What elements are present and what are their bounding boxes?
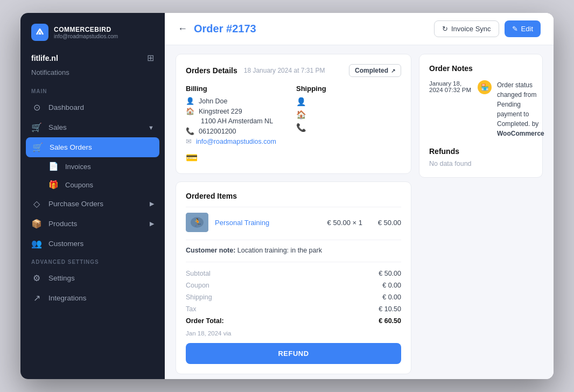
order-via: Jan 18, 2024 via (186, 328, 401, 337)
billing-phone: 0612001200 (199, 128, 236, 135)
external-link-icon: ↗ (391, 68, 395, 74)
order-details-card: Orders Details 18 January 2024 at 7:31 P… (176, 54, 411, 174)
store-icon: ⊞ (147, 53, 154, 63)
billing-email[interactable]: info@roadmapstudios.com (196, 138, 276, 145)
sidebar-notifications[interactable]: Notifications (20, 66, 165, 83)
main-content: ← Order #2173 ↻ Invoice Sync ✎ Edit (165, 13, 554, 379)
sidebar-item-dashboard[interactable]: ⊙ Dashboard (20, 97, 165, 117)
tax-label: Tax (186, 304, 293, 314)
order-number: #2173 (226, 23, 256, 34)
sidebar-item-label: Invoices (65, 163, 91, 171)
coupon-value: € 0.00 (293, 281, 401, 290)
sidebar-item-label: Settings (48, 274, 75, 282)
store-name: fitlife.nl (31, 54, 58, 62)
sidebar-header: COMMERCEBIRD info@roadmapstudios.com (20, 13, 165, 48)
sidebar-item-label: Coupons (65, 181, 93, 189)
products-icon: 📦 (31, 219, 42, 229)
sidebar-item-label: Dashboard (48, 103, 84, 111)
order-notes-card: Order Notes January 18, 2024 07:32 PM 🏪 … (419, 54, 543, 178)
shipping-label: Shipping (186, 292, 293, 302)
person-icon: 👤 (186, 97, 194, 105)
totals-grid: Subtotal € 50.00 Coupon € 0.00 Shipping … (186, 262, 401, 337)
customer-note: Customer note: Location training: in the… (186, 240, 401, 254)
customers-icon: 👥 (31, 239, 42, 249)
sidebar-item-label: Integrations (48, 294, 87, 302)
chevron-right-icon: ▶ (150, 220, 154, 227)
sidebar-item-label: Customers (48, 240, 83, 248)
sidebar-item-label: Products (48, 220, 77, 228)
sidebar-item-sales[interactable]: 🛒 Sales ▼ (20, 117, 165, 137)
order-total-value: € 60.50 (293, 316, 401, 326)
sidebar-item-coupons[interactable]: 🎁 Coupons (20, 176, 165, 194)
sidebar-item-integrations[interactable]: ↗ Integrations (20, 288, 165, 308)
note-date: January 18, 2024 07:32 PM (429, 80, 472, 138)
content-left: Orders Details 18 January 2024 at 7:31 P… (176, 54, 411, 370)
edit-icon: ✎ (512, 25, 518, 33)
sales-icon: 🛒 (31, 122, 42, 132)
status-badge: Completed ↗ (349, 64, 401, 77)
email-icon: ✉ (186, 137, 192, 145)
sidebar-item-label: Sales (48, 123, 67, 131)
sidebar-item-invoices[interactable]: 📄 Invoices (20, 157, 165, 176)
billing-address2: 1100 AH Amsterdam NL (201, 117, 273, 125)
refunds-empty: No data found (429, 160, 533, 167)
sync-icon: ↻ (442, 25, 448, 33)
sidebar-item-purchase-orders[interactable]: ◇ Purchase Orders ▶ (20, 194, 165, 214)
svg-text:🏃: 🏃 (193, 218, 202, 227)
page-title: Order #2173 (194, 23, 256, 35)
topbar: ← Order #2173 ↻ Invoice Sync ✎ Edit (165, 13, 554, 45)
edit-button[interactable]: ✎ Edit (505, 20, 541, 37)
sidebar-item-products[interactable]: 📦 Products ▶ (20, 214, 165, 234)
order-item-row: 🏃 Personal Training € 50.00 × 1 € 50.00 (186, 207, 401, 237)
dashboard-icon: ⊙ (31, 102, 42, 113)
credit-card-icon: 💳 (186, 152, 401, 164)
app-logo (31, 24, 48, 41)
main-section-label: MAIN (20, 83, 165, 97)
person-icon: 👤 (296, 97, 401, 107)
item-total: € 50.00 (369, 219, 401, 227)
item-thumbnail: 🏃 (186, 213, 208, 232)
coupon-label: Coupon (186, 281, 293, 290)
order-details-title: Orders Details (186, 66, 237, 75)
back-button[interactable]: ← (178, 23, 187, 34)
billing-section: Billing 👤 John Doe 🏠 Kingstreet 229 (186, 85, 291, 148)
refund-button[interactable]: REFUND (186, 343, 401, 364)
brand-email: info@roadmapstudios.com (54, 33, 118, 39)
settings-icon: ⚙ (31, 273, 42, 283)
invoice-sync-button[interactable]: ↻ Invoice Sync (434, 20, 499, 37)
sidebar-item-customers[interactable]: 👥 Customers (20, 234, 165, 254)
sidebar-item-sales-orders[interactable]: 🛒 Sales Orders (26, 137, 159, 157)
refunds-title: Refunds (429, 147, 533, 156)
invoices-icon: 📄 (48, 162, 59, 171)
brand-name: COMMERCEBIRD (54, 26, 118, 33)
billing-name: John Doe (199, 97, 228, 105)
ordered-items-card: Ordered Items 🏃 Personal Training € 50.0… (176, 181, 411, 374)
chevron-down-icon: ▼ (148, 124, 154, 131)
order-notes-title: Order Notes (429, 64, 533, 73)
item-price: € 50.00 × 1 (327, 219, 362, 227)
note-item: January 18, 2024 07:32 PM 🏪 Order status… (429, 80, 533, 138)
phone-icon: 📞 (186, 127, 194, 135)
coupons-icon: 🎁 (48, 180, 59, 190)
content-area: Orders Details 18 January 2024 at 7:31 P… (165, 45, 554, 379)
store-selector[interactable]: fitlife.nl ⊞ (20, 48, 165, 66)
shipping-section: Shipping 👤 🏠 📞 (296, 85, 401, 148)
ordered-items-title: Ordered Items (186, 192, 401, 200)
phone-icon: 📞 (296, 123, 401, 132)
order-date: 18 January 2024 at 7:31 PM (244, 67, 325, 74)
chevron-right-icon: ▶ (150, 200, 154, 207)
item-name[interactable]: Personal Training (215, 219, 269, 227)
billing-address1: Kingstreet 229 (199, 108, 242, 115)
customer-note-text: Location training: in the park (237, 247, 322, 254)
note-text: Order status changed from Pending paymen… (497, 80, 544, 138)
subtotal-label: Subtotal (186, 269, 293, 278)
integrations-icon: ↗ (31, 293, 42, 303)
sidebar: COMMERCEBIRD info@roadmapstudios.com fit… (20, 13, 165, 379)
content-right: Order Notes January 18, 2024 07:32 PM 🏪 … (419, 54, 543, 370)
sidebar-item-settings[interactable]: ⚙ Settings (20, 268, 165, 288)
sidebar-item-label: Purchase Orders (48, 200, 103, 208)
home-icon: 🏠 (296, 110, 401, 120)
advanced-section-label: ADVANCED SETTINGS (20, 254, 165, 268)
location-icon: 🏠 (186, 107, 194, 115)
sidebar-item-label: Sales Orders (50, 143, 92, 151)
